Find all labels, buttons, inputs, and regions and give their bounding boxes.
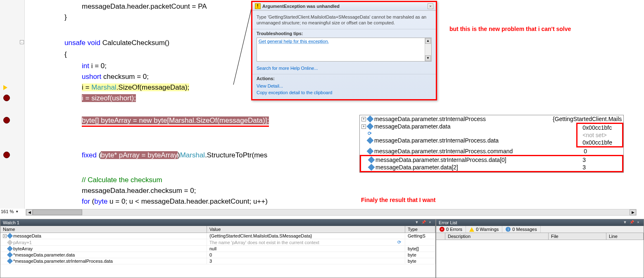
field-icon [367,123,374,130]
code-line: // Calculate the checksum [82,175,162,185]
dropdown-icon[interactable]: ▼ [414,220,420,225]
close-icon[interactable]: × [427,220,433,225]
datatip-value: {GettingStartedClient.Mails [549,116,622,122]
close-icon[interactable]: × [635,220,641,225]
dropdown-icon[interactable]: ▼ [622,220,628,225]
watch-name: byteArray [13,246,33,251]
scroll-left-icon[interactable]: ◀ [26,209,33,215]
messages-tab[interactable]: i0 Messages [502,226,540,233]
code-line: ushort checksum = 0; [82,72,149,82]
watch-row[interactable]: byteArray null byte[] [0,246,435,252]
refresh-icon[interactable]: ⟳ [368,131,373,136]
errors-tab[interactable]: ×0 Errors [436,226,466,233]
view-detail-link[interactable]: View Detail... [257,83,432,89]
pin-icon[interactable]: 📌 [421,220,426,225]
watch-row[interactable]: +messageData {GettingStartedClient.Mails… [0,233,435,239]
code-line: for (byte u = 0; u < messageData.header.… [82,197,268,207]
datatip-row[interactable]: + messageData.parameter.strInternalProce… [360,115,623,123]
watch-value: null [207,246,405,252]
panel-title: Watch 1 [3,220,413,225]
warnings-tab[interactable]: 0 Warnings [466,226,502,233]
watch-name: *messageData.parameter.strInternalProces… [13,259,113,264]
current-line-arrow [3,85,10,90]
panel-titlebar[interactable]: Watch 1 ▼ 📌 × [0,219,435,226]
scrollbar-thumb[interactable] [33,209,82,215]
field-icon [367,148,374,155]
datatip-value: 0 [580,148,622,154]
expand-icon[interactable]: + [361,117,366,121]
dropdown-icon[interactable]: ▼ [15,210,19,214]
popup-titlebar[interactable]: ArgumentException was unhandled × [252,2,436,11]
tips-box: Get general help for this exception. ▲ ▼ [257,38,432,62]
actions-heading: Actions: [252,74,436,82]
scroll-down-icon[interactable]: ▼ [425,55,431,61]
datatip-row[interactable]: ⟳ [360,130,576,137]
watch-row[interactable]: *messageData.parameter.strInternalProces… [0,258,435,264]
field-icon [7,246,13,252]
datatip-row[interactable]: messageData.parameter.data[2] 3 [361,164,622,171]
horizontal-scrollbar[interactable]: ◀ ▶ [26,209,637,216]
copy-exception-link[interactable]: Copy exception detail to the clipboard [257,89,432,96]
col-file[interactable]: File [549,233,606,240]
col-name[interactable]: Name [0,226,207,233]
info-icon: i [506,227,511,232]
expand-icon[interactable]: + [361,124,366,129]
field-icon [367,137,374,144]
code-line: messageData.header.checksum = 0; [82,186,196,196]
datatip-row[interactable]: + messageData.parameter.data [360,123,576,130]
pin-icon[interactable]: 📌 [629,220,634,225]
code-line: } [64,12,67,22]
breakpoint-icon[interactable] [3,117,10,124]
datatip-name: messageData.parameter.strInternalProcess… [374,148,579,154]
close-icon[interactable]: × [428,3,433,9]
zoom-level[interactable]: 161 % ▼ [1,209,19,214]
datatip-name: messageData.parameter.strInternalProcess… [375,157,577,163]
field-icon [7,239,13,245]
refresh-icon[interactable]: ⟳ [397,240,402,245]
scroll-right-icon[interactable]: ▶ [630,209,636,215]
breakpoint-icon[interactable] [3,95,10,101]
datatip-value: 3 [579,157,620,163]
collapse-toggle[interactable]: - [20,40,24,44]
error-list-header: Description File Line [436,233,644,240]
watch-value: The name 'pArray' does not exist in the … [209,240,396,245]
code-line: i = sizeof(ushort); [82,93,136,103]
warning-icon [255,3,261,9]
datatip-row[interactable]: messageData.parameter.strInternalProcess… [360,137,576,144]
watch-type: byte [405,252,435,258]
datatip-value: <not set> [579,132,620,138]
annotation-text: Finaly the result that I want [361,197,435,203]
watch-row[interactable]: *messageData.parameter.data 0 byte [0,252,435,258]
field-icon [7,233,13,239]
watch-grid[interactable]: +messageData {GettingStartedClient.Mails… [0,233,435,278]
col-line[interactable]: Line [606,233,644,240]
popup-message: Type 'GettingStartedClient.MailslotData+… [252,11,436,29]
expand-icon[interactable]: + [3,234,7,238]
tips-heading: Troubleshooting tips: [252,29,436,37]
panel-titlebar[interactable]: Error List ▼ 📌 × [436,219,644,226]
field-icon [367,116,374,123]
help-link[interactable]: Get general help for this exception. [257,38,331,45]
watch-row[interactable]: pArray+1 The name 'pArray' does not exis… [0,239,435,246]
watch-value: {GettingStartedClient.MailslotData.SMess… [207,233,405,239]
field-icon [368,157,375,164]
col-value[interactable]: Value [207,226,405,233]
watch-type: byte[] [405,246,435,252]
datatip-row[interactable]: messageData.parameter.strInternalProcess… [361,156,622,164]
annotation-text: but this is the new problem that i can't… [449,26,571,32]
breakpoint-icon[interactable] [3,152,10,158]
tips-scrollbar[interactable]: ▲ ▼ [425,38,431,61]
datatip-name: messageData.parameter.strInternalProcess [374,116,548,122]
watch-value: 3 [207,258,405,264]
col-type[interactable]: Type [405,226,435,233]
datatip-value: 3 [579,164,620,171]
search-online-link[interactable]: Search for more Help Online... [252,65,436,74]
watch-value: 0 [207,252,405,258]
scroll-up-icon[interactable]: ▲ [425,38,431,44]
code-line: fixed (byte* pArray = byteArray)Marshal.… [82,150,267,160]
datatip-row[interactable]: messageData.parameter.strInternalProcess… [360,147,623,155]
error-list-grid[interactable] [436,240,644,278]
col-description[interactable]: Description [445,233,549,240]
data-tip[interactable]: + messageData.parameter.strInternalProce… [359,115,624,173]
error-filter-tabs: ×0 Errors 0 Warnings i0 Messages [436,226,644,233]
